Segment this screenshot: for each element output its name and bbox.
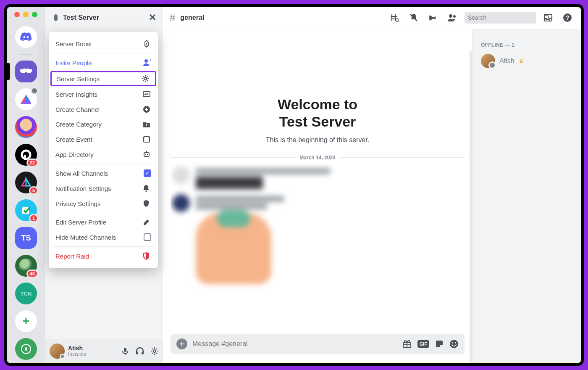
svg-rect-17 xyxy=(144,153,149,156)
svg-marker-6 xyxy=(26,179,30,186)
inbox-icon[interactable] xyxy=(541,13,555,22)
shield-icon xyxy=(143,200,151,207)
server-mustache[interactable] xyxy=(15,61,37,82)
server-p[interactable]: 22 xyxy=(15,144,37,166)
svg-point-37 xyxy=(455,342,456,344)
svg-marker-1 xyxy=(26,95,31,102)
menu-label: Create Channel xyxy=(55,106,100,113)
explore-button[interactable] xyxy=(15,338,37,360)
server-face[interactable] xyxy=(15,116,37,138)
notifications-muted-icon[interactable] xyxy=(407,13,421,22)
checkbox-checked-icon: ✓ xyxy=(144,169,151,177)
server-ts-label: TS xyxy=(21,234,31,243)
gift-icon[interactable] xyxy=(402,340,412,348)
server-triangle[interactable]: 5 xyxy=(15,172,37,193)
hash-icon: # xyxy=(170,12,175,24)
svg-point-28 xyxy=(453,15,456,18)
scrollbar[interactable] xyxy=(470,51,472,363)
menu-edit-server-profile[interactable]: Edit Server Profile xyxy=(49,215,158,230)
user-settings-gear-icon[interactable] xyxy=(150,347,159,355)
server-badge: 48 xyxy=(26,270,38,278)
svg-rect-21 xyxy=(124,348,126,352)
menu-report-raid[interactable]: Report Raid xyxy=(49,248,158,264)
main-area: # general ? Welcome to xyxy=(163,7,581,363)
sticker-icon[interactable] xyxy=(435,340,444,348)
search-box[interactable] xyxy=(465,12,536,24)
minimize-window-icon[interactable] xyxy=(23,12,29,17)
menu-server-insights[interactable]: Server Insights xyxy=(49,87,158,102)
user-status: Invisible xyxy=(68,352,118,357)
svg-text:?: ? xyxy=(566,14,570,21)
attach-plus-icon[interactable]: + xyxy=(176,338,187,349)
menu-label: Privacy Settings xyxy=(55,200,101,207)
message-input[interactable] xyxy=(192,340,397,348)
menu-notification-settings[interactable]: Notification Settings xyxy=(49,181,158,196)
add-server-button[interactable]: + xyxy=(15,310,37,332)
server-ts[interactable]: TS xyxy=(15,227,37,249)
date-label: March 14, 2023 xyxy=(295,155,339,161)
menu-label: Server Settings xyxy=(57,75,100,82)
message-composer[interactable]: + GIF xyxy=(171,334,465,354)
menu-label: Create Category xyxy=(55,121,102,128)
rail-separator xyxy=(19,54,33,55)
gear-icon xyxy=(142,75,150,82)
menu-create-event[interactable]: Create Event xyxy=(49,132,158,147)
server-badge: 5 xyxy=(29,186,38,195)
emoji-icon[interactable] xyxy=(449,339,459,349)
svg-rect-22 xyxy=(136,352,138,354)
server-owner-crown-icon: ♛ xyxy=(519,58,524,64)
server-check[interactable]: 1 xyxy=(15,199,37,221)
menu-privacy-settings[interactable]: Privacy Settings xyxy=(49,196,158,211)
menu-label: Server Boost xyxy=(55,40,92,48)
svg-point-20 xyxy=(145,190,147,192)
pencil-icon xyxy=(143,219,151,226)
svg-point-25 xyxy=(396,19,399,22)
shield-alert-icon xyxy=(143,252,151,260)
menu-app-directory[interactable]: App Directory xyxy=(49,147,158,162)
menu-server-settings[interactable]: Server Settings xyxy=(50,71,156,86)
server-green[interactable]: 48 xyxy=(15,255,37,277)
menu-create-channel[interactable]: Create Channel xyxy=(49,102,158,117)
menu-label: Report Raid xyxy=(55,253,89,260)
window-traffic-lights[interactable] xyxy=(14,12,37,17)
deafen-headphones-icon[interactable] xyxy=(135,347,144,355)
menu-server-boost[interactable]: Server Boost xyxy=(49,36,158,51)
blurred-messages xyxy=(171,166,465,284)
home-button[interactable] xyxy=(15,26,37,48)
svg-point-18 xyxy=(145,154,146,155)
menu-label: Show All Channels xyxy=(55,170,108,177)
welcome-line2: Test Server xyxy=(279,114,356,130)
volume-badge-icon: 🔊 xyxy=(31,87,38,95)
menu-label: Hide Muted Channels xyxy=(55,234,116,241)
server-header[interactable]: Test Server ✕ xyxy=(45,7,163,29)
server-badge: 1 xyxy=(29,214,38,222)
svg-point-27 xyxy=(449,14,452,18)
menu-invite-people[interactable]: Invite People + xyxy=(49,55,158,70)
server-sail[interactable]: 🔊 xyxy=(15,88,37,110)
help-icon[interactable]: ? xyxy=(560,13,575,22)
pinned-messages-icon[interactable] xyxy=(426,13,439,22)
close-window-icon[interactable] xyxy=(14,12,20,17)
svg-rect-23 xyxy=(142,352,144,354)
server-tcn[interactable]: TCN xyxy=(15,283,37,304)
plus-icon: + xyxy=(23,314,29,328)
threads-icon[interactable] xyxy=(387,13,402,22)
svg-rect-4 xyxy=(24,155,26,160)
member-row[interactable]: Atish ♛ xyxy=(478,51,576,71)
menu-label: App Directory xyxy=(55,151,94,158)
member-list-icon[interactable] xyxy=(444,13,459,22)
maximize-window-icon[interactable] xyxy=(32,12,37,17)
gif-icon[interactable]: GIF xyxy=(417,340,429,348)
user-info[interactable]: Atish Invisible xyxy=(68,345,118,357)
menu-show-all-channels[interactable]: Show All Channels ✓ xyxy=(49,166,158,181)
close-icon[interactable]: ✕ xyxy=(149,12,156,23)
mute-mic-icon[interactable] xyxy=(121,347,129,355)
menu-create-category[interactable]: Create Category xyxy=(49,117,158,132)
user-panel: Atish Invisible xyxy=(45,339,163,363)
menu-hide-muted-channels[interactable]: Hide Muted Channels xyxy=(49,230,158,245)
search-input[interactable] xyxy=(468,14,541,21)
svg-point-36 xyxy=(452,342,453,344)
user-avatar[interactable] xyxy=(50,344,65,359)
server-title: Test Server xyxy=(63,14,99,21)
svg-text:+: + xyxy=(149,59,151,62)
